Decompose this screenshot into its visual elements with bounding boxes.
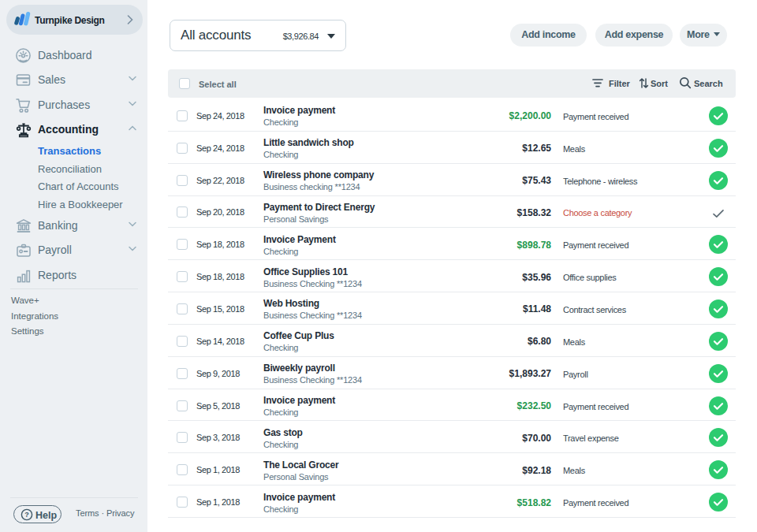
svg-text:?: ?	[24, 511, 29, 519]
